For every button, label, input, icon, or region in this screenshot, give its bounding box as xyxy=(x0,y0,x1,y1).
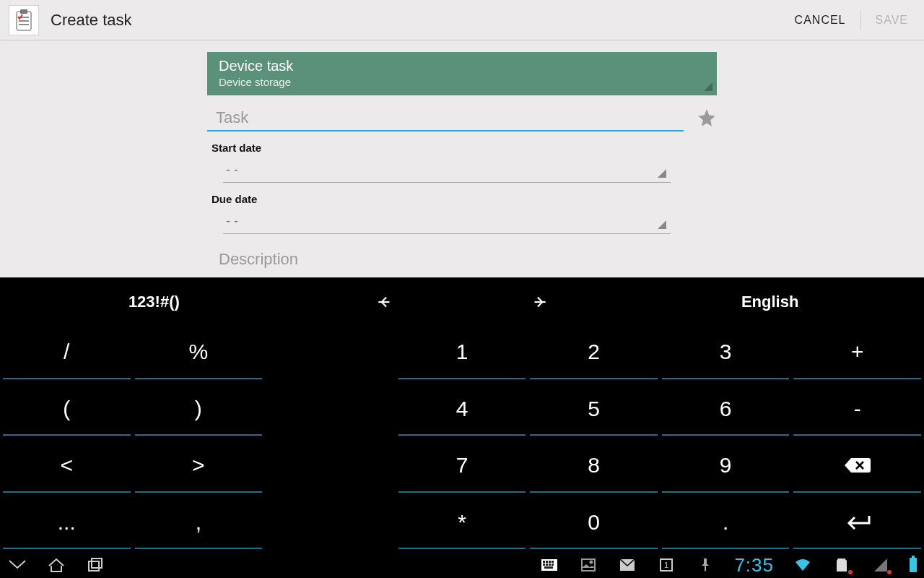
key-0[interactable]: 0 xyxy=(530,497,658,550)
keyboard-language-button[interactable]: English xyxy=(616,277,924,327)
signal-icon xyxy=(871,556,891,574)
key-3[interactable]: 3 xyxy=(662,327,790,379)
keyboard-next-button[interactable] xyxy=(462,277,616,327)
dropdown-triangle-icon xyxy=(704,82,712,91)
dropdown-triangle-icon xyxy=(658,169,666,178)
save-button[interactable]: SAVE xyxy=(868,9,916,31)
key-2[interactable]: 2 xyxy=(530,327,658,379)
task-form: Device task Device storage Start date - … xyxy=(207,52,717,272)
svg-rect-3 xyxy=(92,558,102,568)
warning-dot-icon xyxy=(848,570,853,574)
key-+[interactable]: + xyxy=(793,327,921,379)
key-7[interactable]: 7 xyxy=(398,440,526,493)
system-navbar: 1 7:35 xyxy=(0,552,924,578)
clipboard-icon xyxy=(14,9,33,32)
svg-rect-2 xyxy=(89,561,99,571)
category-selector[interactable]: Device task Device storage xyxy=(207,52,717,95)
task-input[interactable] xyxy=(207,104,684,131)
key-6[interactable]: 6 xyxy=(662,384,790,436)
key-)[interactable]: ) xyxy=(135,384,263,436)
due-date-value: - - xyxy=(226,214,238,229)
home-icon[interactable] xyxy=(46,556,66,574)
dropdown-triangle-icon xyxy=(658,220,666,229)
keyboard-mode-button[interactable]: 123!#() xyxy=(0,277,308,327)
svg-rect-14 xyxy=(582,559,595,571)
svg-rect-7 xyxy=(549,561,551,563)
due-date-field[interactable]: - - xyxy=(223,210,671,234)
back-icon[interactable] xyxy=(7,556,27,574)
svg-rect-5 xyxy=(543,561,545,563)
svg-text:1: 1 xyxy=(664,561,668,569)
onscreen-keyboard: 123!#() English /%123+()456-<>789...,*0. xyxy=(0,277,924,552)
keyboard-grid: /%123+()456-<>789...,*0. xyxy=(0,327,924,552)
app-bar: Create task CANCEL SAVE xyxy=(0,0,924,40)
key-,[interactable]: , xyxy=(135,497,263,550)
wifi-icon xyxy=(793,556,813,574)
due-date-label: Due date xyxy=(212,193,717,205)
key-enter[interactable] xyxy=(793,497,921,550)
mail-notification-icon[interactable] xyxy=(617,556,637,574)
separator xyxy=(860,11,861,30)
key-9[interactable]: 9 xyxy=(662,440,790,493)
category-subtitle: Device storage xyxy=(219,76,705,88)
key-%[interactable]: % xyxy=(135,327,263,379)
warning-dot-icon xyxy=(887,570,892,574)
svg-rect-11 xyxy=(549,564,551,566)
svg-point-15 xyxy=(590,561,593,564)
key-5[interactable]: 5 xyxy=(530,384,658,436)
description-input[interactable] xyxy=(207,234,717,272)
cancel-button[interactable]: CANCEL xyxy=(788,9,853,31)
update-notification-icon[interactable]: 1 xyxy=(656,556,676,574)
svg-rect-13 xyxy=(544,566,553,569)
svg-rect-1 xyxy=(20,9,27,14)
keyboard-spacer xyxy=(266,384,394,436)
svg-rect-12 xyxy=(552,564,554,566)
app-icon xyxy=(9,5,39,35)
page-title: Create task xyxy=(51,11,788,30)
gallery-notification-icon[interactable] xyxy=(578,556,598,574)
star-icon[interactable] xyxy=(697,108,717,128)
svg-rect-8 xyxy=(552,561,554,563)
key-4[interactable]: 4 xyxy=(398,384,526,436)
keyboard-spacer xyxy=(266,327,394,379)
key-.[interactable]: . xyxy=(662,497,790,550)
key-([interactable]: ( xyxy=(3,384,131,436)
appbar-actions: CANCEL SAVE xyxy=(788,9,915,31)
svg-rect-6 xyxy=(546,561,548,563)
keyboard-top-row: 123!#() English xyxy=(0,277,924,327)
key-/[interactable]: / xyxy=(3,327,131,379)
svg-rect-9 xyxy=(543,564,545,566)
start-date-label: Start date xyxy=(212,142,717,154)
keyboard-indicator-icon[interactable] xyxy=(539,556,559,574)
sdcard-icon xyxy=(832,556,852,574)
key-8[interactable]: 8 xyxy=(530,440,658,493)
status-clock[interactable]: 7:35 xyxy=(734,554,774,577)
key-...[interactable]: ... xyxy=(3,497,131,550)
key->[interactable]: > xyxy=(135,440,263,493)
task-row xyxy=(207,104,717,131)
start-date-value: - - xyxy=(226,163,238,178)
key-backspace[interactable] xyxy=(793,440,921,493)
keyboard-spacer xyxy=(266,497,394,550)
keyboard-spacer xyxy=(266,440,394,493)
recent-apps-icon[interactable] xyxy=(85,556,105,574)
battery-icon xyxy=(910,558,917,572)
keyboard-prev-button[interactable] xyxy=(308,277,462,327)
category-title: Device task xyxy=(219,58,705,74)
pin-notification-icon[interactable] xyxy=(695,556,715,574)
key--[interactable]: - xyxy=(793,384,921,436)
key-1[interactable]: 1 xyxy=(398,327,526,379)
key-<[interactable]: < xyxy=(3,440,131,493)
key-*[interactable]: * xyxy=(398,497,526,550)
svg-rect-10 xyxy=(546,564,548,566)
start-date-field[interactable]: - - xyxy=(223,158,671,183)
